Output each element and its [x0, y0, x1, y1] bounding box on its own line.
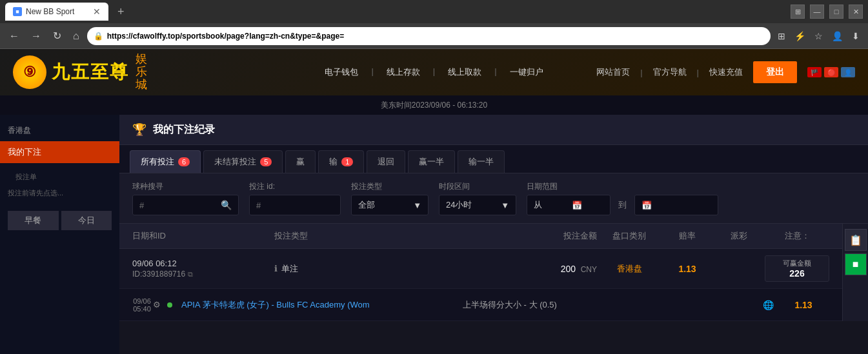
- login-button[interactable]: 登出: [753, 61, 797, 83]
- download-button[interactable]: ⬇: [849, 30, 863, 43]
- site-header: ⑨ 九五至尊 娱 乐 城 电子钱包 | 线上存款 | 线上取款 | 一键归户 网…: [0, 49, 868, 95]
- tab-favicon: ■: [13, 7, 22, 16]
- reload-button[interactable]: ↻: [49, 28, 65, 43]
- toolbar-actions: ⊞ ⚡ ☆ 👤 ⬇: [774, 30, 863, 43]
- flag-cn-icon[interactable]: 🔴: [824, 67, 838, 77]
- event-live-dot: [167, 302, 172, 308]
- sidebar-betslip-section: 投注单 投注前请先点选...: [0, 163, 119, 206]
- time-dropdown-arrow-icon: ▼: [501, 201, 509, 210]
- header-ewallet-link[interactable]: 电子钱包: [325, 66, 358, 78]
- profile-button[interactable]: 👤: [829, 30, 846, 43]
- header-home-link[interactable]: 网站首页: [596, 66, 630, 78]
- tab-pending-badge: 5: [260, 157, 272, 166]
- tab-loss-badge: 1: [341, 157, 353, 166]
- forward-button[interactable]: →: [27, 29, 45, 43]
- calendar-from-icon[interactable]: 📅: [572, 201, 582, 210]
- date-from-input[interactable]: 从 📅: [527, 195, 611, 215]
- row1-amount: 200: [561, 264, 576, 274]
- row1-bet-type: 单注: [281, 263, 298, 275]
- tab-win[interactable]: 赢: [285, 150, 316, 173]
- row1-note-box: 可赢金额 226: [765, 255, 829, 282]
- header-recharge-link[interactable]: 快速充值: [709, 66, 743, 78]
- sidebar-bottom-nav: 早餐 今日: [0, 206, 119, 235]
- date-range-group: 日期范围 从 📅 到 📅: [527, 181, 718, 215]
- info-icon[interactable]: ℹ: [274, 264, 278, 273]
- calendar-to-icon[interactable]: 📅: [641, 201, 652, 210]
- browser-toolbar: ← → ↻ ⌂ 🔒 https://cfawolffy.top/sportsbo…: [0, 23, 868, 49]
- titlebar-maximize-button[interactable]: □: [829, 5, 843, 19]
- sport-search-group: 球种搜寻 🔍: [132, 181, 239, 215]
- content-with-panel: 日期和ID 投注类型 投注金额 盘口类别 赔率 派彩 注意： 09/06 06:…: [119, 224, 868, 321]
- tab-close-button[interactable]: ✕: [93, 6, 101, 17]
- sidebar-item-mybets[interactable]: 我的下注: [0, 141, 119, 163]
- lightning-button[interactable]: ⚡: [791, 30, 809, 43]
- row2-event-name[interactable]: APIA 茅卡特老虎 (女子) - Bulls FC Academy (Wom: [181, 299, 370, 311]
- time-bar: 美东时间 2023/09/06 - 06:13:20: [0, 95, 868, 115]
- right-panel-notes-button[interactable]: 📋: [845, 229, 867, 251]
- titlebar-controls: ⊞ — □ ✕: [791, 5, 863, 19]
- sport-search-input[interactable]: [139, 201, 217, 210]
- th-amount: 投注金额: [520, 230, 597, 242]
- table-row: 09/06 06:12 ID:3391889716 ⧉ ℹ 单注 200: [119, 249, 842, 289]
- bet-id-group: 投注 id:: [249, 181, 341, 215]
- bet-type-select[interactable]: 全部 ▼: [351, 195, 429, 215]
- tab-loss-half[interactable]: 输一半: [458, 150, 505, 173]
- star-button[interactable]: ☆: [811, 30, 826, 43]
- titlebar-close-button[interactable]: ✕: [849, 5, 863, 19]
- sidebar-mybets-label: 我的下注: [8, 146, 41, 158]
- th-market: 盘口类别: [597, 230, 661, 242]
- row1-date: 09/06 06:12: [132, 259, 274, 268]
- tab-win-half[interactable]: 赢一半: [408, 150, 455, 173]
- new-tab-button[interactable]: +: [114, 5, 128, 19]
- header-withdraw-link[interactable]: 线上取款: [448, 66, 481, 78]
- sport-search-input-wrapper[interactable]: 🔍: [132, 195, 239, 215]
- tab-all-badge: 6: [178, 157, 190, 166]
- row1-note-cell: 可赢金额 226: [765, 255, 829, 282]
- row2-settings-icon[interactable]: ⚙: [153, 300, 161, 310]
- header-nav: 网站首页 | 官方导航 | 快速充值 登出 🏴 🔴 👤: [596, 61, 855, 83]
- flag-hk-icon[interactable]: 🏴: [807, 67, 822, 77]
- copy-icon[interactable]: ⧉: [188, 270, 193, 279]
- time-label: 美东时间: [381, 100, 412, 111]
- row2-provider-icon: 🌐: [763, 300, 774, 310]
- time-range-label: 时段区间: [439, 181, 516, 192]
- address-bar[interactable]: 🔒 https://cfawolffy.top/sportsbook/page?…: [87, 27, 771, 45]
- sport-search-icon[interactable]: 🔍: [221, 200, 232, 210]
- bet-id-input[interactable]: [256, 201, 334, 210]
- row1-id: ID:3391889716: [132, 270, 185, 279]
- browser-tab[interactable]: ■ New BB Sport ✕: [5, 3, 108, 21]
- titlebar-minimize-button[interactable]: —: [810, 5, 824, 19]
- header-transfer-link[interactable]: 一键归户: [510, 66, 543, 78]
- main-layout: 香港盘 我的下注 投注单 投注前请先点选... 早餐 今日 🏆 我的下注纪录: [0, 115, 868, 354]
- home-button[interactable]: ⌂: [69, 29, 83, 43]
- row1-id-line: ID:3391889716 ⧉: [132, 270, 274, 279]
- th-odds: 赔率: [661, 230, 713, 242]
- bet-type-group: 投注类型 全部 ▼: [351, 181, 429, 215]
- bets-header-icon: 🏆: [132, 123, 146, 137]
- back-button[interactable]: ←: [5, 29, 23, 43]
- tab-refund[interactable]: 退回: [367, 150, 405, 173]
- table-header: 日期和ID 投注类型 投注金额 盘口类别 赔率 派彩 注意：: [119, 224, 842, 249]
- bet-type-label: 投注类型: [351, 181, 429, 192]
- row1-odds-cell: 1.13: [661, 264, 713, 274]
- tab-loss[interactable]: 输 1: [318, 150, 364, 173]
- sidebar-early-item[interactable]: 早餐: [8, 211, 59, 230]
- bet-id-input-wrapper[interactable]: [249, 195, 341, 215]
- extensions-button[interactable]: ⊞: [774, 30, 789, 43]
- header-officalnav-link[interactable]: 官方导航: [653, 66, 687, 78]
- th-rebate: 派彩: [713, 230, 765, 242]
- tab-all-bets[interactable]: 所有投注 6: [130, 150, 201, 173]
- sidebar-betslip-hint: 投注前请先点选...: [8, 186, 112, 201]
- header-deposit-link[interactable]: 线上存款: [387, 66, 420, 78]
- right-panel-green-button[interactable]: ■: [845, 253, 867, 275]
- row2-odds: 1.13: [794, 300, 812, 310]
- titlebar-tile-button[interactable]: ⊞: [791, 5, 805, 19]
- date-to-input[interactable]: 📅: [634, 195, 718, 215]
- tab-pending[interactable]: 未结算投注 5: [203, 150, 283, 173]
- dropdown-arrow-icon: ▼: [413, 201, 421, 210]
- filter-row: 球种搜寻 🔍 投注 id: 投注类型 全部 ▼: [119, 173, 868, 224]
- datetime-display: 2023/09/06 - 06:13:20: [412, 101, 487, 110]
- time-range-select[interactable]: 24小时 ▼: [439, 195, 516, 215]
- sidebar-today-item[interactable]: 今日: [61, 211, 112, 230]
- flag-user-icon[interactable]: 👤: [841, 67, 855, 77]
